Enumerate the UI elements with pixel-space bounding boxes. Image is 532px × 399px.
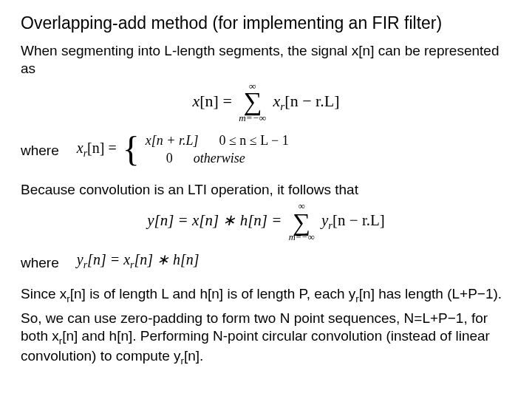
p6c: [n]. bbox=[184, 348, 203, 364]
slide-body: When segmenting into L-length segments, … bbox=[21, 42, 511, 368]
equation-1: x[n] = ∞ ∑ m=−∞ xr[n − r.L] bbox=[21, 82, 511, 123]
eq3-sum-bot: m=−∞ bbox=[289, 233, 315, 242]
eq3-lhs: y[n] = x[n] ∗ h[n] = bbox=[147, 212, 282, 230]
equation-3: y[n] = x[n] ∗ h[n] = ∞ ∑ m=−∞ yr[n − r.L… bbox=[21, 202, 511, 242]
p5c: [n] has length (L+P−1). bbox=[359, 286, 502, 301]
eq1-lhs-n: [n] = bbox=[200, 91, 232, 109]
eq3-rhs-y: y bbox=[321, 212, 328, 230]
eq2-row1-right: 0 ≤ n ≤ L − 1 bbox=[219, 132, 288, 149]
eq1-sum: ∞ ∑ m=−∞ bbox=[239, 82, 266, 123]
eq4-y: y bbox=[77, 251, 83, 267]
paragraph-4: where bbox=[21, 254, 59, 272]
eq2-lhs-tail: [n] = bbox=[87, 140, 117, 156]
eq1-rhs-tail: [n − r.L] bbox=[284, 91, 339, 109]
slide: Overlapping-add method (for implementing… bbox=[0, 0, 532, 386]
eq1-rhs-x: x bbox=[273, 91, 281, 109]
eq1-lhs-x: x bbox=[193, 91, 200, 109]
equation-4: yr[n] = xr[n] ∗ h[n] bbox=[77, 250, 200, 272]
eq4-tail: [n] ∗ h[n] bbox=[134, 251, 200, 267]
eq2-row2-left: 0 bbox=[146, 149, 173, 167]
eq3-sum: ∞ ∑ m=−∞ bbox=[289, 202, 315, 242]
slide-title: Overlapping-add method (for implementing… bbox=[21, 13, 511, 33]
eq2-row2-right: otherwise bbox=[194, 149, 245, 167]
where-row-1: where xr[n] = { x[n + r.L] 0 ≤ n ≤ L − 1… bbox=[21, 129, 511, 174]
paragraph-5: Since xr[n] is of length L and h[n] is o… bbox=[21, 285, 511, 305]
eq2-cases: x[n + r.L] 0 ≤ n ≤ L − 1 0 otherwise bbox=[146, 132, 289, 168]
paragraph-1: When segmenting into L-length segments, … bbox=[21, 42, 511, 78]
equation-2: xr[n] = { x[n + r.L] 0 ≤ n ≤ L − 1 0 oth… bbox=[77, 132, 289, 168]
p6b: [n] and h[n]. Performing N-point circula… bbox=[21, 328, 490, 364]
paragraph-3: Because convolution is an LTI operation,… bbox=[21, 181, 511, 199]
eq3-sum-sigma: ∑ bbox=[293, 211, 310, 233]
paragraph-6: So, we can use zero-padding to form two … bbox=[21, 310, 511, 368]
eq2-lhs-x: x bbox=[77, 140, 83, 156]
where-row-2: where yr[n] = xr[n] ∗ h[n] bbox=[21, 248, 511, 278]
paragraph-2: where bbox=[21, 142, 59, 160]
p5a: Since x bbox=[21, 286, 66, 301]
eq3-rhs-tail: [n − r.L] bbox=[332, 212, 385, 230]
left-brace-icon: { bbox=[123, 135, 140, 163]
eq1-sum-bot: m=−∞ bbox=[239, 114, 266, 123]
eq4-mid: [n] = x bbox=[87, 251, 130, 267]
p5b: [n] is of length L and h[n] is of length… bbox=[70, 286, 356, 301]
eq2-row1-left: x[n + r.L] bbox=[146, 132, 199, 149]
eq1-sum-sigma: ∑ bbox=[243, 90, 262, 114]
